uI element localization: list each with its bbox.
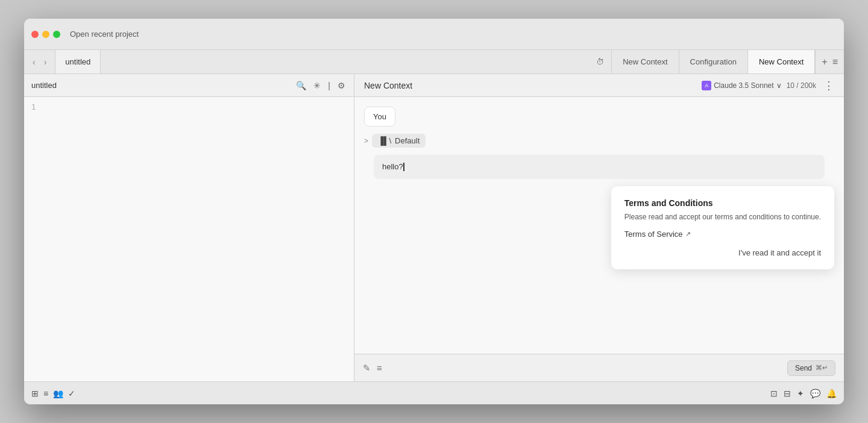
chat-header: New Context A Claude 3.5 Sonnet ∨ 10 / 2…	[354, 74, 844, 97]
chat-icon[interactable]: 💬	[810, 389, 820, 398]
tabbar: ‹ › untitled ⏱ New Context Configuration…	[24, 50, 844, 74]
check-icon[interactable]: ✓	[68, 389, 75, 398]
line-number: 1	[31, 103, 36, 111]
tab-spacer	[101, 50, 589, 74]
model-selector[interactable]: A Claude 3.5 Sonnet ∨	[702, 81, 781, 90]
chat-footer: ✎ ≡ Send ⌘↵	[354, 354, 844, 381]
terms-link-label: Terms of Service	[624, 230, 683, 239]
editor-title: untitled	[31, 81, 290, 90]
titlebar: Open recent project	[24, 19, 844, 50]
chat-header-title: New Context	[364, 81, 702, 90]
input-text: hello?	[382, 162, 403, 171]
history-icon: ⏱	[596, 57, 604, 66]
expand-context-arrow[interactable]: >	[364, 137, 368, 145]
grid-view-icon[interactable]: ⊞	[31, 389, 39, 398]
terminal-icon[interactable]: ⊟	[784, 389, 791, 398]
terms-description: Please read and accept our terms and con…	[624, 213, 821, 221]
tab-untitled[interactable]: untitled	[55, 50, 101, 74]
text-cursor	[403, 163, 404, 171]
grid-icon-right[interactable]: ⊡	[770, 389, 778, 398]
add-tab-button[interactable]: +	[822, 57, 827, 67]
format-list-icon[interactable]: ≡	[377, 363, 382, 373]
tools-icon[interactable]: ✳	[312, 80, 322, 92]
chat-body: You > ▐▌\ Default hello? Terms and Condi…	[354, 97, 844, 354]
sparkle-icon[interactable]: ✦	[797, 389, 804, 398]
send-label: Send	[795, 364, 812, 372]
chat-panel: New Context A Claude 3.5 Sonnet ∨ 10 / 2…	[354, 74, 844, 381]
terms-title: Terms and Conditions	[624, 198, 821, 208]
traffic-lights	[31, 31, 60, 38]
list-view-icon[interactable]: ≡	[43, 389, 48, 398]
forward-arrow[interactable]: ›	[42, 56, 49, 68]
editor-toolbar: untitled 🔍 ✳ | ⚙	[24, 74, 354, 97]
tab-new-context-1[interactable]: New Context	[612, 50, 679, 74]
tab-menu-button[interactable]: ≡	[832, 57, 838, 67]
model-icon: A	[702, 81, 711, 90]
send-button[interactable]: Send ⌘↵	[787, 360, 835, 376]
you-message: You	[364, 107, 395, 127]
back-arrow[interactable]: ‹	[30, 56, 38, 68]
context-label: Default	[395, 136, 420, 145]
search-icon[interactable]: 🔍	[295, 80, 307, 92]
token-count: 10 / 200k	[787, 81, 816, 90]
accept-button[interactable]: I've read it and accept it	[624, 248, 821, 257]
app-window: Open recent project ‹ › untitled ⏱ New C…	[24, 19, 844, 404]
context-icon: ▐▌\	[378, 136, 391, 145]
tab-new-context-2[interactable]: New Context	[748, 50, 815, 74]
titlebar-text: Open recent project	[70, 30, 139, 39]
bell-icon[interactable]: 🔔	[826, 389, 837, 398]
nav-arrows: ‹ ›	[24, 50, 55, 74]
more-menu-button[interactable]: ⋮	[823, 79, 834, 92]
input-area[interactable]: hello?	[374, 155, 825, 179]
model-label: Claude 3.5 Sonnet	[714, 81, 773, 90]
cursor-icon[interactable]: |	[327, 80, 332, 92]
context-row: > ▐▌\ Default	[364, 134, 834, 148]
users-icon[interactable]: 👥	[53, 389, 63, 398]
statusbar: ⊞ ≡ 👥 ✓ ⊡ ⊟ ✦ 💬 🔔	[24, 381, 844, 404]
tabs-right: ⏱ New Context Configuration New Context	[589, 50, 815, 74]
main-content: untitled 🔍 ✳ | ⚙ 1 New Context A Claude …	[24, 74, 844, 381]
maximize-button[interactable]	[53, 31, 60, 38]
external-link-icon: ↗	[685, 230, 691, 238]
minimize-button[interactable]	[42, 31, 49, 38]
tab-configuration[interactable]: Configuration	[679, 50, 748, 74]
settings-icon[interactable]: ⚙	[336, 80, 347, 92]
tab-history-button[interactable]: ⏱	[589, 50, 612, 74]
tab-actions: + ≡	[815, 50, 844, 74]
context-badge[interactable]: ▐▌\ Default	[372, 134, 426, 148]
attach-icon[interactable]: ✎	[363, 363, 371, 374]
send-shortcut: ⌘↵	[816, 364, 828, 372]
terms-popup: Terms and Conditions Please read and acc…	[611, 186, 834, 269]
terms-link[interactable]: Terms of Service ↗	[624, 230, 821, 239]
editor-body[interactable]: 1	[24, 97, 354, 381]
editor-panel: untitled 🔍 ✳ | ⚙ 1	[24, 74, 354, 381]
model-chevron: ∨	[776, 81, 782, 90]
status-right-icons: ⊡ ⊟ ✦ 💬 🔔	[770, 389, 837, 398]
close-button[interactable]	[31, 31, 39, 38]
